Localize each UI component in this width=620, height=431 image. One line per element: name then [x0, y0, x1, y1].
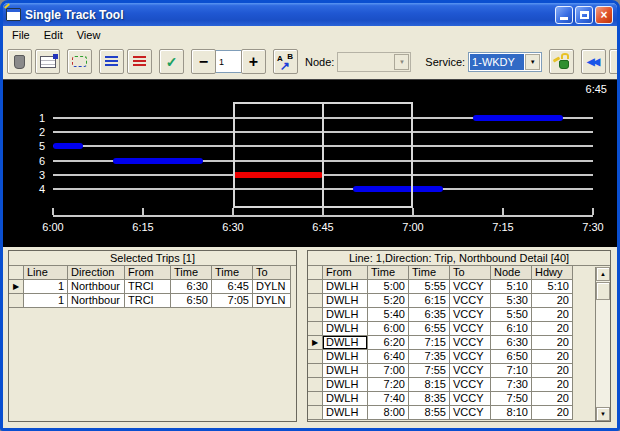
- interval-input[interactable]: [215, 50, 242, 73]
- cell[interactable]: 5:40: [368, 308, 409, 322]
- menu-view[interactable]: View: [70, 28, 108, 42]
- cell[interactable]: DWLH: [323, 350, 368, 364]
- cell[interactable]: DYLN: [253, 280, 291, 294]
- trip-segment[interactable]: [53, 143, 83, 149]
- table-row[interactable]: DWLH8:008:55VCCY8:1020: [308, 406, 573, 420]
- cell[interactable]: 5:10: [491, 280, 532, 294]
- row-marker[interactable]: [308, 378, 323, 392]
- first-trip-button[interactable]: ◀◀: [581, 49, 606, 74]
- row-marker[interactable]: [308, 280, 323, 294]
- table-row[interactable]: DWLH6:006:55VCCY6:1020: [308, 322, 573, 336]
- cell[interactable]: Northbour: [68, 294, 125, 308]
- cell[interactable]: DWLH: [323, 336, 368, 350]
- row-marker[interactable]: [308, 322, 323, 336]
- cell[interactable]: VCCY: [450, 280, 491, 294]
- pin-button[interactable]: [7, 49, 32, 74]
- cell[interactable]: 7:40: [368, 392, 409, 406]
- select-region-button[interactable]: [67, 49, 92, 74]
- cell[interactable]: 5:00: [368, 280, 409, 294]
- apply-service-button[interactable]: [549, 49, 574, 74]
- column-header-to[interactable]: To: [450, 266, 491, 280]
- table-row[interactable]: ▶DWLH6:207:15VCCY6:3020: [308, 336, 573, 350]
- cell[interactable]: 5:30: [491, 294, 532, 308]
- row-marker[interactable]: [308, 308, 323, 322]
- vertical-scrollbar[interactable]: ▲ ▼: [595, 267, 610, 421]
- cell[interactable]: 8:35: [409, 392, 450, 406]
- cell[interactable]: 5:10: [532, 280, 573, 294]
- cell[interactable]: 5:55: [409, 280, 450, 294]
- cell[interactable]: 5:50: [491, 308, 532, 322]
- cell[interactable]: 8:00: [368, 406, 409, 420]
- cell[interactable]: 20: [532, 350, 573, 364]
- row-marker[interactable]: [308, 350, 323, 364]
- cell[interactable]: 5:20: [368, 294, 409, 308]
- cell[interactable]: TRCI: [125, 294, 171, 308]
- row-marker[interactable]: ▶: [308, 336, 323, 350]
- cell[interactable]: DWLH: [323, 406, 368, 420]
- cell[interactable]: Northbour: [68, 280, 125, 294]
- column-header-time[interactable]: Time: [409, 266, 450, 280]
- cell[interactable]: 6:20: [368, 336, 409, 350]
- column-header-node[interactable]: Node: [491, 266, 532, 280]
- cell[interactable]: 7:20: [368, 378, 409, 392]
- cell[interactable]: DWLH: [323, 308, 368, 322]
- cell[interactable]: 1: [24, 294, 68, 308]
- cell[interactable]: DYLN: [253, 294, 291, 308]
- column-header-from[interactable]: From: [323, 266, 368, 280]
- menu-file[interactable]: File: [5, 28, 37, 42]
- cell[interactable]: 6:30: [171, 280, 212, 294]
- cell[interactable]: 6:50: [171, 294, 212, 308]
- maximize-button[interactable]: [575, 6, 593, 24]
- confirm-button[interactable]: ✓: [159, 49, 184, 74]
- cell[interactable]: 20: [532, 336, 573, 350]
- scroll-down-button[interactable]: ▼: [596, 407, 610, 421]
- cell[interactable]: VCCY: [450, 406, 491, 420]
- table-row[interactable]: 1NorthbourTRCI6:507:05DYLN: [9, 294, 291, 308]
- close-button[interactable]: ×: [595, 6, 613, 24]
- cell[interactable]: 8:15: [409, 378, 450, 392]
- cell[interactable]: 6:40: [368, 350, 409, 364]
- table-row[interactable]: DWLH7:208:15VCCY7:3020: [308, 378, 573, 392]
- squiggle-lines-button[interactable]: [127, 49, 152, 74]
- table-row[interactable]: DWLH5:406:35VCCY5:5020: [308, 308, 573, 322]
- cell[interactable]: 8:10: [491, 406, 532, 420]
- cell[interactable]: DWLH: [323, 294, 368, 308]
- cell[interactable]: VCCY: [450, 336, 491, 350]
- cell[interactable]: DWLH: [323, 364, 368, 378]
- cell[interactable]: 20: [532, 364, 573, 378]
- cell[interactable]: 7:15: [409, 336, 450, 350]
- cell[interactable]: 6:35: [409, 308, 450, 322]
- plot-area[interactable]: 6:006:156:306:457:007:157:30: [53, 80, 593, 247]
- table-row[interactable]: DWLH7:007:55VCCY7:1020: [308, 364, 573, 378]
- column-header-time[interactable]: Time: [368, 266, 409, 280]
- selection-box[interactable]: [233, 102, 413, 208]
- cell[interactable]: 7:05: [212, 294, 253, 308]
- cell[interactable]: VCCY: [450, 364, 491, 378]
- cell[interactable]: 20: [532, 378, 573, 392]
- track-chart[interactable]: 6:006:156:306:457:007:157:301256346:45: [3, 79, 617, 247]
- column-header-to[interactable]: To: [253, 266, 291, 280]
- scrollbar-thumb[interactable]: [596, 282, 610, 300]
- cell[interactable]: DWLH: [323, 392, 368, 406]
- trip-segment[interactable]: [113, 158, 203, 164]
- scroll-up-button[interactable]: ▲: [596, 267, 610, 281]
- cell[interactable]: VCCY: [450, 322, 491, 336]
- row-marker[interactable]: [308, 294, 323, 308]
- row-marker[interactable]: ▶: [9, 280, 24, 294]
- cell[interactable]: DWLH: [323, 280, 368, 294]
- cell[interactable]: 7:55: [409, 364, 450, 378]
- column-header-time[interactable]: Time: [212, 266, 253, 280]
- row-marker[interactable]: [308, 406, 323, 420]
- cell[interactable]: 6:00: [368, 322, 409, 336]
- cell[interactable]: DWLH: [323, 378, 368, 392]
- cell[interactable]: VCCY: [450, 294, 491, 308]
- row-marker[interactable]: [308, 364, 323, 378]
- cell[interactable]: 20: [532, 308, 573, 322]
- table-row[interactable]: DWLH5:005:55VCCY5:105:10: [308, 280, 573, 294]
- minimize-button[interactable]: [555, 6, 573, 24]
- cell[interactable]: 20: [532, 392, 573, 406]
- cell[interactable]: 6:55: [409, 322, 450, 336]
- table-row[interactable]: ▶1NorthbourTRCI6:306:45DYLN: [9, 280, 291, 294]
- cell[interactable]: 7:10: [491, 364, 532, 378]
- cell[interactable]: VCCY: [450, 378, 491, 392]
